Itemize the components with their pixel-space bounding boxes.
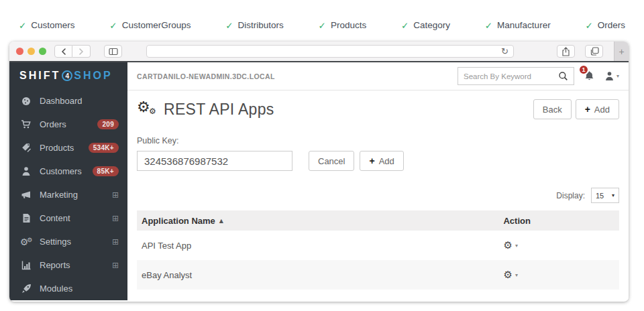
cancel-button[interactable]: Cancel [309, 151, 354, 171]
plus-icon: + [585, 104, 590, 115]
plus-icon: + [369, 156, 374, 166]
sidebar-item-marketing[interactable]: Marketing ⊞ [9, 183, 127, 206]
sidebar-toggle-button[interactable] [104, 45, 122, 58]
check-nav-item-customergroups[interactable]: ✓CustomerGroups [109, 9, 191, 42]
bar-chart-icon [20, 260, 32, 270]
keyword-search [458, 67, 574, 85]
person-icon [604, 71, 614, 81]
zoom-window-button[interactable] [39, 48, 46, 55]
browser-forward-button[interactable] [72, 45, 91, 58]
search-icon[interactable] [558, 71, 568, 81]
logo-text-shop: SHOP [74, 70, 112, 82]
sort-asc-icon: ▲ [219, 218, 223, 224]
gear-icon: ⚙ [503, 269, 512, 281]
sidebar-item-dashboard[interactable]: Dashboard [9, 89, 127, 113]
new-tab-button[interactable]: + [614, 42, 629, 61]
row-action-menu-button[interactable]: ⚙ ▾ [503, 239, 517, 251]
sidebar-item-orders[interactable]: Orders 209 [9, 113, 127, 136]
check-nav-label: Orders [598, 20, 625, 30]
table-row: eBay Analyst ⚙ ▾ [137, 260, 619, 290]
sidebar-item-reports[interactable]: Reports ⊞ [9, 253, 127, 277]
checkmark-icon: ✓ [109, 20, 117, 31]
sidebar-item-products[interactable]: Products 534K+ [9, 136, 127, 160]
check-nav-label: Manufacturer [497, 20, 551, 30]
public-key-form-row: Cancel +Add [137, 151, 619, 171]
logo-4-badge: 4 [62, 70, 72, 81]
checkmark-icon: ✓ [585, 20, 592, 31]
rocket-icon [20, 284, 32, 294]
sidebar: SHIFT 4 SHOP Dashboard Orders 209 [9, 62, 127, 300]
customers-count-badge: 85K+ [93, 166, 119, 176]
display-label: Display: [556, 191, 585, 200]
chevron-down-icon: ▾ [515, 243, 518, 249]
check-nav-item-category[interactable]: ✓Category [401, 9, 450, 42]
app-name-cell: eBay Analyst [137, 270, 503, 280]
app-name-cell: API Test App [137, 241, 503, 251]
sidebar-item-label: Reports [40, 260, 70, 270]
close-window-button[interactable] [16, 48, 23, 55]
check-nav-item-manufacturer[interactable]: ✓Manufacturer [485, 9, 551, 42]
sidebar-item-label: Modules [40, 284, 72, 294]
expand-icon[interactable]: ⊞ [112, 261, 119, 270]
table-row: API Test App ⚙ ▾ [137, 231, 619, 260]
gear-icon: ⚙ [503, 239, 512, 251]
plus-icon: + [619, 46, 624, 57]
browser-back-button[interactable] [54, 45, 72, 58]
checkmark-icon: ✓ [401, 20, 409, 31]
sidebar-item-content[interactable]: Content ⊞ [9, 206, 127, 230]
sidebar-item-label: Settings [40, 237, 71, 247]
check-nav-item-products[interactable]: ✓Products [319, 9, 367, 42]
sidebar-item-settings[interactable]: ⚙⚙ Settings ⊞ [9, 230, 127, 253]
sidebar-item-modules[interactable]: Modules [9, 277, 127, 300]
sidebar-item-customers[interactable]: Customers 85K+ [9, 160, 127, 183]
back-button[interactable]: Back [533, 99, 572, 119]
share-icon [561, 47, 570, 56]
expand-icon[interactable]: ⊞ [112, 190, 119, 200]
browser-window: ↻ + SHIFT 4 SHOP Dashboard [9, 42, 629, 302]
history-nav-group [54, 45, 91, 58]
check-nav-label: CustomerGroups [122, 20, 191, 30]
public-key-input[interactable] [137, 151, 292, 171]
sidebar-item-label: Marketing [40, 190, 78, 200]
check-nav-item-customers[interactable]: ✓Customers [19, 9, 75, 42]
checkmark-icon: ✓ [319, 20, 326, 31]
notifications-button[interactable]: 1 [584, 70, 595, 82]
check-nav-bar: ✓Customers ✓CustomerGroups ✓Distributors… [0, 0, 644, 42]
expand-icon[interactable]: ⊞ [112, 214, 119, 223]
address-bar[interactable]: ↻ [146, 45, 514, 58]
chevron-right-icon [78, 48, 85, 55]
confirm-add-button[interactable]: +Add [360, 151, 403, 171]
account-menu-button[interactable]: ▾ [604, 71, 619, 81]
window-controls [16, 48, 46, 55]
expand-icon[interactable]: ⊞ [112, 237, 119, 247]
sidebar-item-label: Customers [40, 166, 82, 176]
page-content: ⚙⚙ REST API Apps Back +Add Public Key: C… [127, 90, 629, 300]
column-header-application-name[interactable]: Application Name ▲ [137, 216, 503, 226]
sidebar-toggle-icon [109, 48, 118, 56]
shift4shop-logo[interactable]: SHIFT 4 SHOP [9, 62, 127, 89]
column-header-action: Action [503, 216, 530, 226]
check-nav-label: Customers [31, 20, 74, 30]
check-nav-item-distributors[interactable]: ✓Distributors [225, 9, 284, 42]
sidebar-item-label: Products [40, 143, 74, 153]
store-domain: CARTDANILO-NEWADMIN.3DC.LOCAL [137, 72, 275, 80]
check-nav-item-orders[interactable]: ✓Orders [585, 9, 625, 42]
chevron-down-icon: ▾ [612, 192, 614, 198]
checkmark-icon: ✓ [19, 20, 26, 31]
minimize-window-button[interactable] [28, 48, 35, 55]
add-app-button[interactable]: +Add [576, 99, 619, 119]
share-button[interactable] [557, 45, 575, 58]
cart-icon [20, 119, 32, 129]
check-nav-label: Distributors [238, 20, 284, 30]
sidebar-item-label: Dashboard [40, 96, 83, 106]
search-input[interactable] [464, 72, 554, 80]
refresh-icon[interactable]: ↻ [501, 46, 508, 56]
row-action-menu-button[interactable]: ⚙ ▾ [503, 269, 517, 281]
products-count-badge: 534K+ [89, 143, 119, 153]
sidebar-item-label: Content [40, 213, 70, 223]
checkmark-icon: ✓ [485, 20, 492, 31]
show-tabs-button[interactable] [585, 45, 603, 58]
display-count-select[interactable]: 15 ▾ [591, 188, 619, 203]
page-actions: Back +Add [533, 99, 619, 119]
chevron-down-icon: ▾ [515, 272, 518, 278]
